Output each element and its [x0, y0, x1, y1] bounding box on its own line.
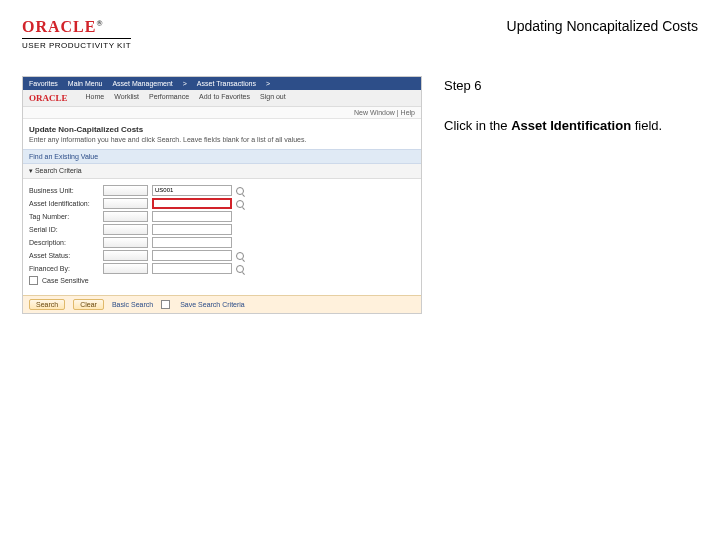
label-business-unit: Business Unit:	[29, 187, 99, 194]
step-text-bold: Asset Identification	[511, 118, 631, 133]
content-area: Favorites Main Menu Asset Management > A…	[0, 56, 720, 334]
operator-select[interactable]	[103, 185, 148, 196]
label-serial-id: Serial ID:	[29, 226, 99, 233]
search-button[interactable]: Search	[29, 299, 65, 310]
business-unit-value: US001	[153, 187, 173, 193]
label-asset-identification: Asset Identification:	[29, 200, 99, 207]
lookup-icon[interactable]	[236, 187, 244, 195]
inner-oracle-logo: ORACLE	[29, 93, 68, 103]
label-case-sensitive: Case Sensitive	[42, 277, 112, 284]
operator-select[interactable]	[103, 198, 148, 209]
breadcrumb-item: Asset Transactions	[197, 80, 256, 87]
clear-button[interactable]: Clear	[73, 299, 104, 310]
search-criteria-header: ▾ Search Criteria	[23, 164, 421, 179]
label-financed-by: Financed By:	[29, 265, 99, 272]
tag-number-input[interactable]	[152, 211, 232, 222]
asset-identification-input[interactable]	[152, 198, 232, 209]
search-form: Business Unit: US001 Asset Identificatio…	[23, 179, 421, 295]
breadcrumb: Favorites Main Menu Asset Management > A…	[23, 77, 421, 90]
page-title: Updating Noncapitalized Costs	[507, 18, 698, 34]
section-label: Search Criteria	[35, 167, 82, 174]
breadcrumb-item: Asset Management	[112, 80, 172, 87]
menu-item[interactable]: Worklist	[114, 93, 139, 103]
operator-select[interactable]	[103, 237, 148, 248]
find-existing-band: Find an Existing Value	[23, 149, 421, 164]
menu-item[interactable]: Performance	[149, 93, 189, 103]
lookup-icon[interactable]	[236, 265, 244, 273]
breadcrumb-item: Favorites	[29, 80, 58, 87]
page-header: ORACLE® USER PRODUCTIVITY KIT Updating N…	[0, 0, 720, 56]
case-sensitive-checkbox[interactable]	[29, 276, 38, 285]
step-text-suffix: field.	[631, 118, 662, 133]
row-description: Description:	[29, 237, 415, 248]
lookup-icon[interactable]	[236, 252, 244, 260]
description-input[interactable]	[152, 237, 232, 248]
row-asset-status: Asset Status:	[29, 250, 415, 261]
registered-mark: ®	[96, 19, 103, 28]
financed-by-input[interactable]	[152, 263, 232, 274]
save-criteria-checkbox[interactable]	[161, 300, 170, 309]
label-tag-number: Tag Number:	[29, 213, 99, 220]
lookup-icon[interactable]	[236, 200, 244, 208]
label-asset-status: Asset Status:	[29, 252, 99, 259]
app-screenshot: Favorites Main Menu Asset Management > A…	[22, 76, 422, 314]
operator-select[interactable]	[103, 263, 148, 274]
menu-item[interactable]: Add to Favorites	[199, 93, 250, 103]
serial-id-input[interactable]	[152, 224, 232, 235]
row-asset-identification: Asset Identification:	[29, 198, 415, 209]
operator-select[interactable]	[103, 250, 148, 261]
row-serial-id: Serial ID:	[29, 224, 415, 235]
action-bar: Search Clear Basic Search Save Search Cr…	[23, 295, 421, 313]
save-search-criteria-link[interactable]: Save Search Criteria	[180, 301, 245, 308]
panel-title: Update Non-Capitalized Costs	[23, 119, 421, 136]
step-text: Click in the Asset Identification field.	[444, 117, 698, 135]
step-label: Step 6	[444, 78, 698, 93]
menu-item[interactable]: Sign out	[260, 93, 286, 103]
label-description: Description:	[29, 239, 99, 246]
operator-select[interactable]	[103, 224, 148, 235]
row-business-unit: Business Unit: US001	[29, 185, 415, 196]
row-tag-number: Tag Number:	[29, 211, 415, 222]
menu-item[interactable]: Home	[86, 93, 105, 103]
business-unit-input[interactable]: US001	[152, 185, 232, 196]
brand-block: ORACLE® USER PRODUCTIVITY KIT	[22, 18, 131, 50]
step-text-prefix: Click in the	[444, 118, 511, 133]
operator-select[interactable]	[103, 211, 148, 222]
menu-bar: ORACLE Home Worklist Performance Add to …	[23, 90, 421, 107]
oracle-logo: ORACLE®	[22, 18, 131, 36]
instruction-panel: Step 6 Click in the Asset Identification…	[444, 76, 698, 135]
panel-description: Enter any information you have and click…	[23, 136, 421, 149]
row-case-sensitive: Case Sensitive	[29, 276, 415, 285]
basic-search-link[interactable]: Basic Search	[112, 301, 153, 308]
row-financed-by: Financed By:	[29, 263, 415, 274]
asset-status-input[interactable]	[152, 250, 232, 261]
logo-text: ORACLE	[22, 18, 96, 35]
new-window-bar[interactable]: New Window | Help	[23, 107, 421, 119]
product-line: USER PRODUCTIVITY KIT	[22, 38, 131, 50]
breadcrumb-item: Main Menu	[68, 80, 103, 87]
